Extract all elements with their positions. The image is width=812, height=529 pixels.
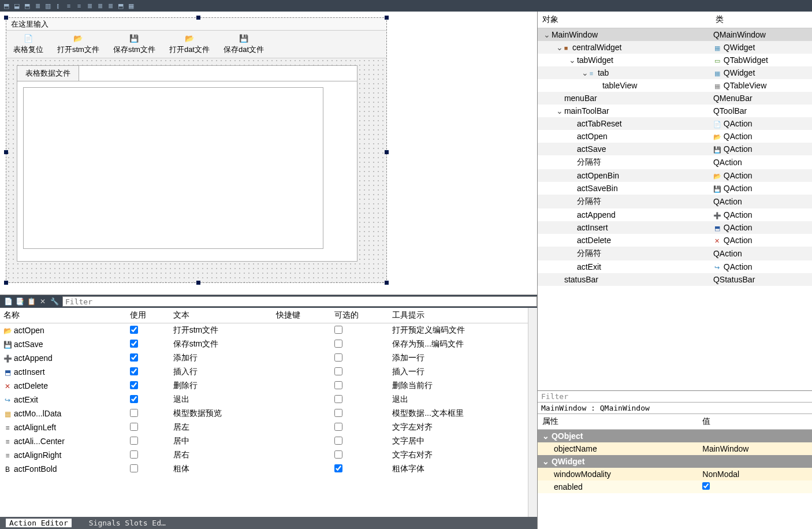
column-header[interactable]: 文本 — [170, 308, 273, 323]
paste-action-icon[interactable]: 📋 — [27, 297, 36, 306]
checkable-checkbox[interactable] — [334, 409, 342, 417]
tree-row[interactable]: ⌄ tabWidget▭ QTabWidget — [538, 54, 812, 66]
toolbar-icon[interactable]: ▦ — [127, 2, 135, 10]
tree-row[interactable]: actAppend➕ QAction — [538, 208, 812, 221]
action-row[interactable]: ▦ actMo...lData 模型数据预览 模型数据...文本框里 — [0, 407, 537, 420]
column-header[interactable]: 属性 — [538, 414, 698, 430]
property-group[interactable]: ⌄ QWidget — [538, 455, 812, 468]
chevron-down-icon[interactable]: ⌄ — [582, 68, 587, 77]
tab-label[interactable]: 表格数据文件 — [17, 66, 79, 81]
tab-widget[interactable]: 表格数据文件 — [17, 65, 357, 262]
column-header[interactable]: 快捷键 — [273, 308, 330, 323]
checkable-checkbox[interactable] — [334, 423, 342, 431]
chevron-down-icon[interactable]: ⌄ — [569, 55, 575, 65]
property-value[interactable]: MainWindow — [698, 442, 812, 455]
action-row[interactable]: 📂 actOpen 打开stm文件 打开预定义编码文件 — [0, 323, 537, 338]
tool-button[interactable]: 📂打开stm文件 — [50, 31, 106, 58]
toolbar-icon[interactable]: ≣ — [85, 2, 94, 10]
use-checkbox[interactable] — [130, 340, 138, 348]
use-checkbox[interactable] — [130, 409, 138, 417]
property-checkbox[interactable] — [702, 482, 710, 490]
checkable-checkbox[interactable] — [334, 340, 342, 348]
checkable-checkbox[interactable] — [334, 353, 342, 362]
toolbar-icon[interactable]: ⬒ — [2, 2, 10, 10]
resize-handle[interactable] — [4, 281, 8, 285]
tree-row[interactable]: actSaveBin💾 QAction — [538, 182, 812, 195]
toolbar-icon[interactable]: ≣ — [33, 2, 42, 10]
delete-action-icon[interactable]: ✕ — [38, 297, 47, 306]
use-checkbox[interactable] — [130, 395, 138, 403]
tool-button[interactable]: 📄表格复位 — [6, 31, 50, 58]
editor-tab[interactable]: Action Editor — [6, 519, 72, 527]
property-value[interactable]: NonModal — [698, 468, 812, 480]
toolbar-icon[interactable]: ≣ — [106, 2, 114, 10]
use-checkbox[interactable] — [130, 450, 138, 459]
form-canvas[interactable]: 在这里输入 📄表格复位📂打开stm文件💾保存stm文件📂打开dat文件💾保存da… — [6, 17, 387, 283]
action-row[interactable]: ✕ actDelete 删除行 删除当前行 — [0, 379, 537, 393]
property-row[interactable]: objectNameMainWindow — [538, 442, 812, 455]
toolbar-icon[interactable]: ⫿ — [54, 2, 62, 10]
column-header[interactable]: 工具提示 — [389, 308, 537, 323]
tree-row[interactable]: 分隔符QAction — [538, 155, 812, 169]
checkable-checkbox[interactable] — [334, 437, 342, 445]
tree-row[interactable]: actOpenBin📂 QAction — [538, 169, 812, 182]
checkable-checkbox[interactable] — [334, 326, 342, 334]
toolbar-icon[interactable]: ▥ — [44, 2, 52, 10]
tree-row[interactable]: menuBarQMenuBar — [538, 92, 812, 105]
resize-handle[interactable] — [196, 281, 200, 285]
wrench-icon[interactable]: 🔧 — [50, 297, 59, 306]
column-header[interactable]: 名称 — [0, 308, 126, 323]
resize-handle[interactable] — [385, 150, 389, 154]
tree-row[interactable]: 分隔符QAction — [538, 195, 812, 208]
use-checkbox[interactable] — [130, 423, 138, 431]
column-header[interactable]: 值 — [698, 414, 812, 430]
property-value[interactable] — [698, 480, 812, 493]
tool-button[interactable]: 💾保存dat文件 — [217, 31, 271, 58]
chevron-down-icon[interactable]: ⌄ — [542, 457, 549, 466]
tree-row[interactable]: actSave💾 QAction — [538, 143, 812, 155]
form-menubar[interactable]: 在这里输入 — [6, 18, 386, 31]
copy-action-icon[interactable]: 📑 — [15, 297, 24, 306]
resize-handle[interactable] — [385, 281, 389, 285]
tool-button[interactable]: 💾保存stm文件 — [106, 31, 162, 58]
tree-row[interactable]: ⌄≡ tab▦ QWidget — [538, 66, 812, 79]
column-header[interactable]: 可选的 — [331, 308, 389, 323]
resize-handle[interactable] — [385, 16, 389, 20]
use-checkbox[interactable] — [130, 353, 138, 362]
tree-row[interactable]: ⌄ mainToolBarQToolBar — [538, 105, 812, 117]
tree-row[interactable]: ⌄■ centralWidget▦ QWidget — [538, 41, 812, 54]
toolbar-icon[interactable]: ⬒ — [23, 2, 31, 10]
use-checkbox[interactable] — [130, 464, 138, 472]
toolbar-icon[interactable]: ≣ — [96, 2, 104, 10]
action-row[interactable]: ≡ actAlignLeft 居左 文字左对齐 — [0, 420, 537, 434]
action-row[interactable]: ≡ actAlignRight 居右 文字右对齐 — [0, 448, 537, 462]
column-header[interactable]: 使用 — [126, 308, 169, 323]
property-group[interactable]: ⌄ QObject — [538, 430, 812, 443]
new-action-icon[interactable]: 📄 — [3, 297, 13, 306]
checkable-checkbox[interactable] — [334, 450, 342, 459]
tree-row[interactable]: statusBarQStatusBar — [538, 273, 812, 286]
chevron-down-icon[interactable]: ⌄ — [556, 43, 562, 52]
tree-row[interactable]: 分隔符QAction — [538, 247, 812, 260]
tree-row[interactable]: ⌄ MainWindowQMainWindow — [538, 28, 812, 42]
action-filter-input[interactable] — [62, 296, 537, 307]
tree-row[interactable]: actInsert⬒ QAction — [538, 221, 812, 234]
toolbar-icon[interactable]: ⬓ — [13, 2, 21, 10]
toolbar-icon[interactable]: ≡ — [75, 2, 83, 10]
use-checkbox[interactable] — [130, 326, 138, 334]
property-row[interactable]: windowModalityNonModal — [538, 468, 812, 480]
resize-handle[interactable] — [4, 150, 8, 154]
resize-handle[interactable] — [196, 16, 200, 20]
column-header[interactable]: 类 — [711, 12, 812, 28]
toolbar-icon[interactable]: ⬒ — [117, 2, 125, 10]
tree-row[interactable]: actDelete✕ QAction — [538, 234, 812, 247]
chevron-down-icon[interactable]: ⌄ — [543, 30, 549, 39]
chevron-down-icon[interactable]: ⌄ — [542, 431, 549, 441]
table-view[interactable] — [23, 87, 323, 249]
toolbar-icon[interactable]: ≡ — [65, 2, 73, 10]
tree-row[interactable]: tableView▦ QTableView — [538, 79, 812, 92]
property-row[interactable]: enabled — [538, 480, 812, 493]
resize-handle[interactable] — [4, 16, 8, 20]
column-header[interactable]: 对象 — [538, 12, 711, 28]
chevron-down-icon[interactable]: ⌄ — [556, 106, 562, 116]
